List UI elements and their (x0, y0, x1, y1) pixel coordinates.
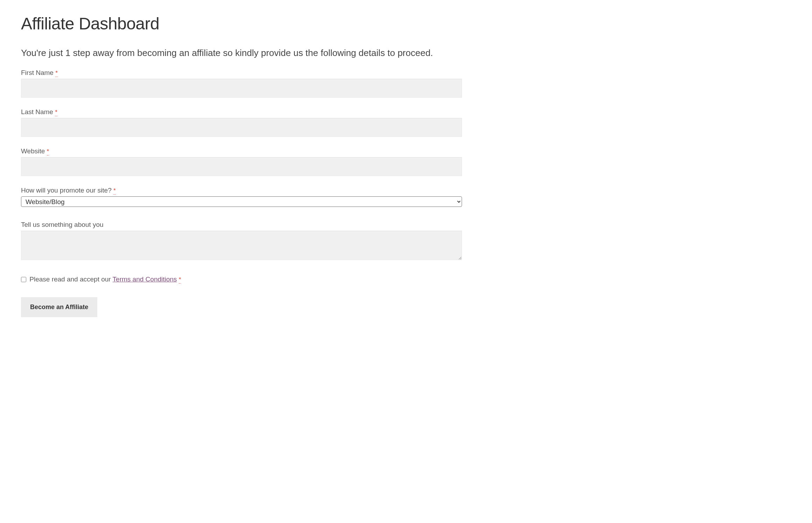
required-mark: * (179, 276, 181, 284)
promote-select[interactable]: Website/Blog (21, 196, 462, 207)
first-name-label-text: First Name (21, 69, 55, 76)
affiliate-form-container: Affiliate Dashboard You're just 1 step a… (21, 14, 462, 317)
website-row: Website * (21, 147, 462, 176)
terms-checkbox[interactable] (21, 277, 26, 282)
last-name-label-text: Last Name (21, 108, 55, 116)
website-label-text: Website (21, 147, 47, 155)
promote-label-text: How will you promote our site? (21, 187, 113, 194)
required-mark: * (55, 109, 57, 116)
terms-row: Please read and accept our Terms and Con… (21, 276, 462, 283)
intro-text: You're just 1 step away from becoming an… (21, 47, 462, 59)
last-name-input[interactable] (21, 118, 462, 137)
submit-button[interactable]: Become an Affiliate (21, 297, 97, 317)
required-mark: * (113, 187, 116, 195)
website-input[interactable] (21, 157, 462, 176)
website-label: Website * (21, 147, 462, 155)
last-name-label: Last Name * (21, 108, 462, 116)
first-name-label: First Name * (21, 69, 462, 77)
terms-suffix (177, 276, 178, 283)
required-mark: * (47, 148, 49, 155)
required-mark: * (55, 70, 58, 77)
about-label: Tell us something about you (21, 221, 462, 229)
last-name-row: Last Name * (21, 108, 462, 137)
promote-label: How will you promote our site? * (21, 187, 462, 194)
promote-row: How will you promote our site? * Website… (21, 187, 462, 207)
terms-link[interactable]: Terms and Conditions (113, 276, 177, 283)
first-name-row: First Name * (21, 69, 462, 98)
about-row: Tell us something about you (21, 221, 462, 262)
first-name-input[interactable] (21, 79, 462, 98)
page-title: Affiliate Dashboard (21, 14, 462, 33)
terms-prefix: Please read and accept our (29, 276, 112, 283)
about-textarea[interactable] (21, 231, 462, 260)
